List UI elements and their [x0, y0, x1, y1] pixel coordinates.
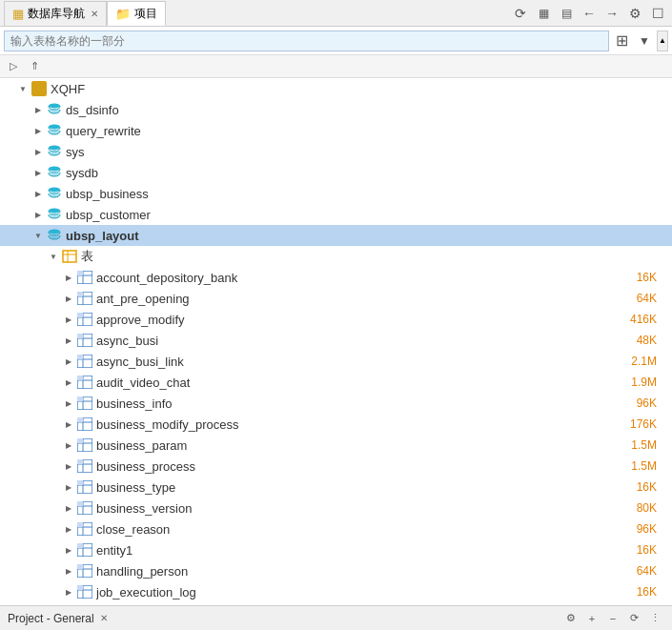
tree-node-business_param[interactable]: business_param1.5M [0, 435, 672, 456]
expander-query-rewrite[interactable] [31, 123, 46, 138]
node-label-sys: sys [66, 145, 672, 159]
tree-node-business_modify_process[interactable]: business_modify_process176K [0, 414, 672, 435]
node-label-business_modify_process: business_modify_process [96, 417, 630, 432]
sync-button[interactable]: ⟳ [510, 3, 531, 24]
svg-point-5 [49, 209, 60, 213]
tree-node-ubsp-business[interactable]: ubsp_business [0, 183, 672, 204]
svg-point-3 [49, 167, 60, 172]
svg-point-0 [49, 104, 60, 109]
tree-node-audit_video_chat[interactable]: audit_video_chat1.9M [0, 372, 672, 393]
expander-sysdb[interactable] [31, 165, 46, 180]
expander-ubsp-customer[interactable] [31, 207, 46, 222]
tree-node-query-rewrite[interactable]: query_rewrite [0, 120, 672, 141]
table-rows-container: account_depository_bank16K ant_pre_openi… [0, 267, 672, 602]
expander-business_process[interactable] [61, 458, 76, 474]
expander-job_execution_log[interactable] [61, 584, 76, 600]
node-label-close_reason: close_reason [96, 522, 637, 537]
node-label-ds-dsinfo: ds_dsinfo [66, 103, 672, 117]
expander-approve_modify[interactable] [61, 312, 76, 327]
tree-node-ds-dsinfo[interactable]: ds_dsinfo [0, 99, 672, 120]
expander-business_info[interactable] [61, 396, 76, 411]
collapse-all-button[interactable]: ⇑ [25, 57, 44, 76]
expander-audit_video_chat[interactable] [61, 375, 76, 390]
node-size-account_depository_bank: 16K [637, 271, 657, 284]
node-size-business_param: 1.5M [631, 438, 657, 452]
tab-db-nav[interactable]: ▦ 数据库导航 ✕ [4, 1, 107, 26]
status-close-button[interactable]: ✕ [100, 613, 108, 623]
expander-tables[interactable] [46, 249, 61, 264]
expander-ubsp-layout[interactable] [31, 228, 46, 243]
tree-area[interactable]: XQHF ds_dsinfo query_rewrite sys [0, 78, 672, 605]
expander-business_type[interactable] [61, 479, 76, 495]
status-more-button[interactable]: ⋮ [645, 609, 664, 628]
tree-node-business_type[interactable]: business_type16K [0, 477, 672, 498]
expander-entity1[interactable] [61, 542, 76, 558]
tree-node-async_busi[interactable]: async_busi48K [0, 330, 672, 351]
expander-ubsp-business[interactable] [31, 186, 46, 201]
expander-sys[interactable] [31, 144, 46, 159]
node-size-async_busi_link: 2.1M [631, 355, 657, 368]
table-icon [76, 520, 93, 538]
node-size-async_busi: 48K [637, 334, 657, 347]
tree-node-business_info[interactable]: business_info96K [0, 393, 672, 414]
tree-node-job_execution_log[interactable]: job_execution_log16K [0, 581, 672, 602]
table-icon [76, 311, 93, 328]
tree-node-close_reason[interactable]: close_reason96K [0, 518, 672, 539]
table-icon [76, 541, 93, 559]
expander-async_busi[interactable] [61, 333, 76, 348]
node-label-async_busi_link: async_busi_link [96, 355, 631, 369]
svg-rect-61 [77, 522, 83, 527]
node-label-business_type: business_type [96, 480, 637, 495]
tree-node-handling_person[interactable]: handling_person64K [0, 560, 672, 581]
search-dropdown-icon[interactable]: ▼ [634, 30, 655, 51]
table-icon [76, 499, 93, 517]
status-minus-button[interactable]: − [603, 609, 622, 628]
node-label-business_version: business_version [96, 501, 637, 516]
tab-db-nav-close[interactable]: ✕ [91, 9, 98, 19]
tree-node-sysdb[interactable]: sysdb [0, 162, 672, 183]
node-label-business_info: business_info [96, 396, 637, 411]
filter1-button[interactable]: ▦ [533, 3, 554, 24]
tree-node-business_version[interactable]: business_version80K [0, 498, 672, 518]
expander-async_busi_link[interactable] [61, 354, 76, 369]
tree-node-approve_modify[interactable]: approve_modify416K [0, 309, 672, 330]
settings-button[interactable]: ⚙ [624, 3, 645, 24]
tree-node-async_busi_link[interactable]: async_busi_link2.1M [0, 351, 672, 372]
tree-node-root[interactable]: XQHF [0, 78, 672, 99]
tree-node-ubsp-customer[interactable]: ubsp_customer [0, 204, 672, 225]
expander-business_param[interactable] [61, 437, 76, 453]
nav-back-button[interactable]: ← [579, 3, 600, 24]
scrollbar-up[interactable]: ▲ [657, 30, 668, 51]
tree-node-sys[interactable]: sys [0, 141, 672, 162]
project-icon: 📁 [115, 7, 131, 21]
tab-db-nav-label: 数据库导航 [28, 6, 85, 22]
search-filter-icon[interactable]: ⊞ [611, 30, 632, 51]
tree-node-account_depository_bank[interactable]: account_depository_bank16K [0, 267, 672, 288]
expander-business_modify_process[interactable] [61, 417, 76, 432]
status-settings-button[interactable]: ⚙ [561, 609, 580, 628]
expander-handling_person[interactable] [61, 563, 76, 579]
status-plus-button[interactable]: + [582, 609, 601, 628]
node-size-approve_modify: 416K [630, 313, 657, 326]
search-input[interactable] [4, 30, 609, 51]
expander-root[interactable] [15, 81, 31, 96]
tab-project[interactable]: 📁 项目 [107, 1, 166, 26]
table-icon [76, 416, 93, 433]
status-sync-button[interactable]: ⟳ [624, 609, 643, 628]
tree-node-tables-folder[interactable]: 表 [0, 246, 672, 267]
expander-business_version[interactable] [61, 500, 76, 516]
svg-rect-37 [77, 396, 83, 401]
expander-close_reason[interactable] [61, 521, 76, 537]
tree-node-ant_pre_opening[interactable]: ant_pre_opening64K [0, 288, 672, 309]
maximize-button[interactable]: ☐ [647, 3, 668, 24]
tree-node-business_process[interactable]: business_process1.5M [0, 456, 672, 477]
tree-node-entity1[interactable]: entity116K [0, 539, 672, 560]
node-label-business_param: business_param [96, 438, 631, 453]
expander-ds-dsinfo[interactable] [31, 102, 46, 117]
tree-node-ubsp-layout[interactable]: ubsp_layout [0, 225, 672, 246]
expander-account_depository_bank[interactable] [61, 270, 76, 285]
filter2-button[interactable]: ▤ [556, 3, 577, 24]
nav-fwd-button[interactable]: → [601, 3, 622, 24]
expander-ant_pre_opening[interactable] [61, 291, 76, 306]
expand-all-button[interactable]: ▷ [4, 57, 23, 76]
